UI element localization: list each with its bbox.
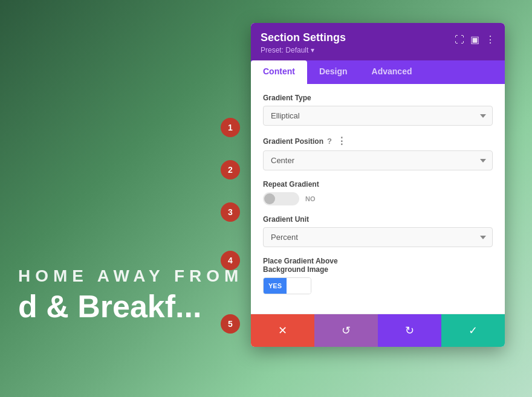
toggle-no-label: NO <box>305 195 316 202</box>
place-gradient-label: Place Gradient Above Background Image <box>263 257 493 274</box>
gradient-unit-row: Gradient Unit Percent Pixel <box>263 215 493 247</box>
gradient-position-select[interactable]: Center Top Left Top Center Top Right Cen… <box>263 150 493 170</box>
tab-advanced[interactable]: Advanced <box>360 60 424 84</box>
gradient-type-select[interactable]: Elliptical Linear Conical <box>263 106 493 126</box>
fullscreen-icon[interactable]: ⛶ <box>455 34 464 45</box>
step-badge-3: 3 <box>221 202 240 222</box>
gradient-position-label: Gradient Position ? ⋮ <box>263 135 493 147</box>
panel-content: Gradient Type Elliptical Linear Conical … <box>251 84 505 314</box>
cancel-button[interactable]: ✕ <box>251 314 314 347</box>
step-badge-5: 5 <box>221 314 240 334</box>
panel-header: Section Settings Preset: Default ▾ ⛶ ▣ ⋮ <box>251 23 505 60</box>
repeat-gradient-toggle-row: NO <box>263 192 493 205</box>
tab-design[interactable]: Design <box>307 60 360 84</box>
place-gradient-row: Place Gradient Above Background Image YE… <box>263 257 493 294</box>
gradient-type-label: Gradient Type <box>263 94 493 102</box>
panel-footer: ✕ ↺ ↻ ✓ <box>251 314 505 347</box>
step-badge-4: 4 <box>221 251 240 270</box>
gradient-type-row: Gradient Type Elliptical Linear Conical <box>263 94 493 126</box>
repeat-gradient-label: Repeat Gradient <box>263 180 493 189</box>
more-options-icon[interactable]: ⋮ <box>337 135 346 147</box>
panel-header-left: Section Settings Preset: Default ▾ <box>261 31 346 54</box>
step-badge-1: 1 <box>221 118 240 137</box>
tab-content[interactable]: Content <box>251 60 307 84</box>
save-button[interactable]: ✓ <box>441 314 505 347</box>
gradient-unit-select[interactable]: Percent Pixel <box>263 227 493 247</box>
toggle-knob <box>264 193 275 204</box>
step-badge-2: 2 <box>221 160 240 179</box>
no-option <box>287 278 311 294</box>
gradient-unit-label: Gradient Unit <box>263 215 493 224</box>
panel-header-icons: ⛶ ▣ ⋮ <box>455 34 495 45</box>
undo-button[interactable]: ↺ <box>314 314 378 347</box>
split-icon[interactable]: ▣ <box>470 34 479 45</box>
repeat-gradient-row: Repeat Gradient NO <box>263 180 493 205</box>
redo-button[interactable]: ↻ <box>378 314 441 347</box>
panel-preset[interactable]: Preset: Default ▾ <box>261 46 346 54</box>
help-icon[interactable]: ? <box>327 137 332 146</box>
gradient-position-row: Gradient Position ? ⋮ Center Top Left To… <box>263 135 493 170</box>
section-settings-panel: Section Settings Preset: Default ▾ ⛶ ▣ ⋮… <box>251 23 505 347</box>
place-gradient-toggle[interactable]: YES <box>263 277 311 294</box>
panel-tabs: Content Design Advanced <box>251 60 505 84</box>
repeat-gradient-toggle[interactable] <box>263 192 299 205</box>
panel-title: Section Settings <box>261 31 346 44</box>
yes-option: YES <box>264 278 287 294</box>
more-icon[interactable]: ⋮ <box>485 34 495 45</box>
